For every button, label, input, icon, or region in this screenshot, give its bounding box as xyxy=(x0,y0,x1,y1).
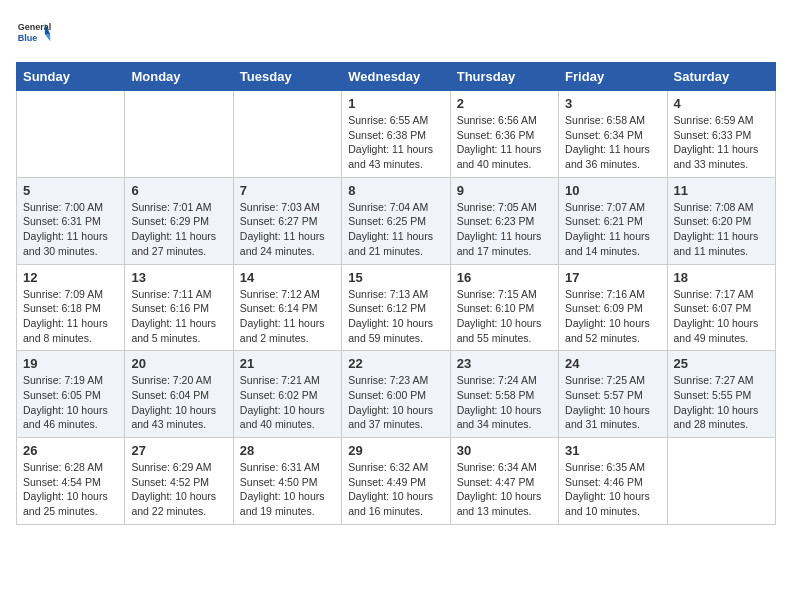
calendar-header-row: SundayMondayTuesdayWednesdayThursdayFrid… xyxy=(17,63,776,91)
day-info: Sunrise: 6:32 AMSunset: 4:49 PMDaylight:… xyxy=(348,460,443,519)
day-number: 29 xyxy=(348,443,443,458)
calendar-cell: 2Sunrise: 6:56 AMSunset: 6:36 PMDaylight… xyxy=(450,91,558,178)
day-info: Sunrise: 7:11 AMSunset: 6:16 PMDaylight:… xyxy=(131,287,226,346)
day-info: Sunrise: 7:23 AMSunset: 6:00 PMDaylight:… xyxy=(348,373,443,432)
day-info: Sunrise: 6:59 AMSunset: 6:33 PMDaylight:… xyxy=(674,113,769,172)
calendar-cell: 9Sunrise: 7:05 AMSunset: 6:23 PMDaylight… xyxy=(450,177,558,264)
calendar-cell: 13Sunrise: 7:11 AMSunset: 6:16 PMDayligh… xyxy=(125,264,233,351)
day-number: 21 xyxy=(240,356,335,371)
calendar-week-row: 26Sunrise: 6:28 AMSunset: 4:54 PMDayligh… xyxy=(17,438,776,525)
weekday-header-tuesday: Tuesday xyxy=(233,63,341,91)
calendar-cell: 22Sunrise: 7:23 AMSunset: 6:00 PMDayligh… xyxy=(342,351,450,438)
calendar-cell: 21Sunrise: 7:21 AMSunset: 6:02 PMDayligh… xyxy=(233,351,341,438)
calendar-cell: 3Sunrise: 6:58 AMSunset: 6:34 PMDaylight… xyxy=(559,91,667,178)
calendar-cell: 20Sunrise: 7:20 AMSunset: 6:04 PMDayligh… xyxy=(125,351,233,438)
day-number: 18 xyxy=(674,270,769,285)
calendar-cell xyxy=(125,91,233,178)
day-number: 8 xyxy=(348,183,443,198)
calendar-cell: 16Sunrise: 7:15 AMSunset: 6:10 PMDayligh… xyxy=(450,264,558,351)
weekday-header-wednesday: Wednesday xyxy=(342,63,450,91)
day-number: 31 xyxy=(565,443,660,458)
weekday-header-friday: Friday xyxy=(559,63,667,91)
day-number: 15 xyxy=(348,270,443,285)
day-info: Sunrise: 7:25 AMSunset: 5:57 PMDaylight:… xyxy=(565,373,660,432)
day-number: 11 xyxy=(674,183,769,198)
day-number: 19 xyxy=(23,356,118,371)
logo: General Blue xyxy=(16,16,52,52)
day-info: Sunrise: 7:07 AMSunset: 6:21 PMDaylight:… xyxy=(565,200,660,259)
day-number: 28 xyxy=(240,443,335,458)
page-header: General Blue xyxy=(16,16,776,52)
day-number: 26 xyxy=(23,443,118,458)
day-number: 1 xyxy=(348,96,443,111)
calendar-week-row: 19Sunrise: 7:19 AMSunset: 6:05 PMDayligh… xyxy=(17,351,776,438)
calendar-cell: 19Sunrise: 7:19 AMSunset: 6:05 PMDayligh… xyxy=(17,351,125,438)
day-info: Sunrise: 7:09 AMSunset: 6:18 PMDaylight:… xyxy=(23,287,118,346)
day-info: Sunrise: 7:04 AMSunset: 6:25 PMDaylight:… xyxy=(348,200,443,259)
day-number: 23 xyxy=(457,356,552,371)
calendar-cell: 24Sunrise: 7:25 AMSunset: 5:57 PMDayligh… xyxy=(559,351,667,438)
calendar-cell: 5Sunrise: 7:00 AMSunset: 6:31 PMDaylight… xyxy=(17,177,125,264)
day-info: Sunrise: 7:21 AMSunset: 6:02 PMDaylight:… xyxy=(240,373,335,432)
day-info: Sunrise: 6:29 AMSunset: 4:52 PMDaylight:… xyxy=(131,460,226,519)
calendar-cell: 26Sunrise: 6:28 AMSunset: 4:54 PMDayligh… xyxy=(17,438,125,525)
weekday-header-thursday: Thursday xyxy=(450,63,558,91)
calendar-week-row: 5Sunrise: 7:00 AMSunset: 6:31 PMDaylight… xyxy=(17,177,776,264)
day-info: Sunrise: 6:28 AMSunset: 4:54 PMDaylight:… xyxy=(23,460,118,519)
day-number: 10 xyxy=(565,183,660,198)
day-info: Sunrise: 7:12 AMSunset: 6:14 PMDaylight:… xyxy=(240,287,335,346)
day-info: Sunrise: 6:55 AMSunset: 6:38 PMDaylight:… xyxy=(348,113,443,172)
calendar-cell xyxy=(667,438,775,525)
day-number: 9 xyxy=(457,183,552,198)
calendar-cell: 1Sunrise: 6:55 AMSunset: 6:38 PMDaylight… xyxy=(342,91,450,178)
day-number: 6 xyxy=(131,183,226,198)
day-info: Sunrise: 6:31 AMSunset: 4:50 PMDaylight:… xyxy=(240,460,335,519)
calendar-cell: 27Sunrise: 6:29 AMSunset: 4:52 PMDayligh… xyxy=(125,438,233,525)
calendar-table: SundayMondayTuesdayWednesdayThursdayFrid… xyxy=(16,62,776,525)
day-number: 30 xyxy=(457,443,552,458)
weekday-header-monday: Monday xyxy=(125,63,233,91)
day-number: 5 xyxy=(23,183,118,198)
day-number: 20 xyxy=(131,356,226,371)
calendar-cell: 28Sunrise: 6:31 AMSunset: 4:50 PMDayligh… xyxy=(233,438,341,525)
day-info: Sunrise: 6:34 AMSunset: 4:47 PMDaylight:… xyxy=(457,460,552,519)
day-number: 24 xyxy=(565,356,660,371)
day-info: Sunrise: 6:35 AMSunset: 4:46 PMDaylight:… xyxy=(565,460,660,519)
calendar-cell: 25Sunrise: 7:27 AMSunset: 5:55 PMDayligh… xyxy=(667,351,775,438)
day-number: 13 xyxy=(131,270,226,285)
calendar-cell: 15Sunrise: 7:13 AMSunset: 6:12 PMDayligh… xyxy=(342,264,450,351)
day-info: Sunrise: 7:15 AMSunset: 6:10 PMDaylight:… xyxy=(457,287,552,346)
calendar-cell: 10Sunrise: 7:07 AMSunset: 6:21 PMDayligh… xyxy=(559,177,667,264)
day-number: 25 xyxy=(674,356,769,371)
calendar-cell: 30Sunrise: 6:34 AMSunset: 4:47 PMDayligh… xyxy=(450,438,558,525)
day-number: 14 xyxy=(240,270,335,285)
weekday-header-saturday: Saturday xyxy=(667,63,775,91)
calendar-cell: 12Sunrise: 7:09 AMSunset: 6:18 PMDayligh… xyxy=(17,264,125,351)
day-number: 17 xyxy=(565,270,660,285)
day-number: 7 xyxy=(240,183,335,198)
calendar-week-row: 1Sunrise: 6:55 AMSunset: 6:38 PMDaylight… xyxy=(17,91,776,178)
day-number: 27 xyxy=(131,443,226,458)
day-info: Sunrise: 7:24 AMSunset: 5:58 PMDaylight:… xyxy=(457,373,552,432)
day-info: Sunrise: 7:05 AMSunset: 6:23 PMDaylight:… xyxy=(457,200,552,259)
weekday-header-sunday: Sunday xyxy=(17,63,125,91)
calendar-cell xyxy=(233,91,341,178)
day-number: 16 xyxy=(457,270,552,285)
calendar-cell: 11Sunrise: 7:08 AMSunset: 6:20 PMDayligh… xyxy=(667,177,775,264)
day-number: 4 xyxy=(674,96,769,111)
svg-text:Blue: Blue xyxy=(18,33,38,43)
logo-icon: General Blue xyxy=(16,16,52,52)
day-number: 3 xyxy=(565,96,660,111)
day-info: Sunrise: 7:00 AMSunset: 6:31 PMDaylight:… xyxy=(23,200,118,259)
calendar-cell: 31Sunrise: 6:35 AMSunset: 4:46 PMDayligh… xyxy=(559,438,667,525)
calendar-cell: 7Sunrise: 7:03 AMSunset: 6:27 PMDaylight… xyxy=(233,177,341,264)
calendar-cell xyxy=(17,91,125,178)
day-info: Sunrise: 7:27 AMSunset: 5:55 PMDaylight:… xyxy=(674,373,769,432)
day-info: Sunrise: 7:16 AMSunset: 6:09 PMDaylight:… xyxy=(565,287,660,346)
day-number: 22 xyxy=(348,356,443,371)
day-number: 12 xyxy=(23,270,118,285)
calendar-week-row: 12Sunrise: 7:09 AMSunset: 6:18 PMDayligh… xyxy=(17,264,776,351)
day-number: 2 xyxy=(457,96,552,111)
day-info: Sunrise: 7:03 AMSunset: 6:27 PMDaylight:… xyxy=(240,200,335,259)
day-info: Sunrise: 7:08 AMSunset: 6:20 PMDaylight:… xyxy=(674,200,769,259)
